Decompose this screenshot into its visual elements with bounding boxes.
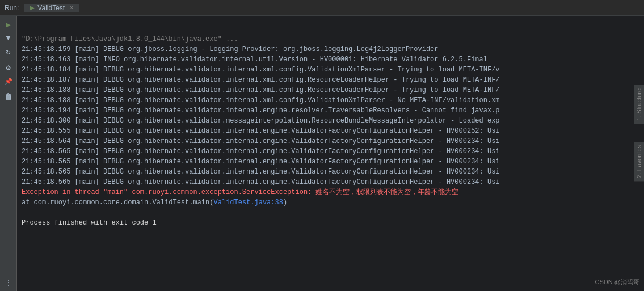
more-button[interactable]: ⋮ <box>2 276 15 289</box>
exception-line: Exception in thread "main" com.ruoyi.com… <box>17 187 644 197</box>
header-line-text: "D:\Program Files\Java\jdk1.8.0_144\bin\… <box>22 34 238 44</box>
exception-text: Exception in thread "main" com.ruoyi.com… <box>22 187 458 197</box>
console-line-7: 21:45:18.300 [main] DEBUG org.hibernate.… <box>17 116 644 126</box>
console-line-text-0: 21:45:18.159 [main] DEBUG org.jboss.logg… <box>22 44 439 54</box>
tab-close-icon[interactable]: × <box>70 5 73 11</box>
watermark: CSDN @消码哥 <box>595 278 639 286</box>
stack-trace-link[interactable]: ValidTest.java:38 <box>213 197 283 208</box>
tab-bar: ▶ ValidTest × <box>24 4 79 12</box>
console-line-9: 21:45:18.564 [main] DEBUG org.hibernate.… <box>17 136 644 146</box>
top-bar: Run: ▶ ValidTest × <box>0 0 644 16</box>
stack-trace-suffix: ) <box>283 197 287 208</box>
console-line-text-2: 21:45:18.184 [main] DEBUG org.hibernate.… <box>22 65 500 75</box>
settings-button[interactable]: ⚙ <box>2 61 15 74</box>
console-line-8: 21:45:18.555 [main] DEBUG org.hibernate.… <box>17 126 644 136</box>
run-label: Run: <box>5 4 19 12</box>
console-line-text-12: 21:45:18.565 [main] DEBUG org.hibernate.… <box>22 167 500 177</box>
console-line-11: 21:45:18.565 [main] DEBUG org.hibernate.… <box>17 157 644 167</box>
console-line-1: 21:45:18.163 [main] INFO org.hibernate.v… <box>17 54 644 65</box>
pin-button[interactable]: 📌 <box>2 75 15 87</box>
console-line-text-6: 21:45:18.194 [main] DEBUG org.hibernate.… <box>22 106 500 116</box>
footer-line: Process finished with exit code 1 <box>17 218 644 228</box>
console-output: "D:\Program Files\Java\jdk1.8.0_144\bin\… <box>17 32 644 291</box>
toolbar-left: Run: ▶ ValidTest × <box>0 4 84 12</box>
console-lines: 21:45:18.159 [main] DEBUG org.jboss.logg… <box>17 44 644 187</box>
console-line-text-13: 21:45:18.565 [main] DEBUG org.hibernate.… <box>22 177 500 187</box>
stop-button[interactable]: ▼ <box>2 32 15 44</box>
footer-text: Process finished with exit code 1 <box>22 218 157 228</box>
console-line-text-4: 21:45:18.188 [main] DEBUG org.hibernate.… <box>22 85 500 95</box>
console-line-text-8: 21:45:18.555 [main] DEBUG org.hibernate.… <box>22 126 500 136</box>
console-line-0: 21:45:18.159 [main] DEBUG org.jboss.logg… <box>17 44 644 54</box>
console-line-2: 21:45:18.184 [main] DEBUG org.hibernate.… <box>17 65 644 75</box>
run-button[interactable]: ▶ <box>2 18 15 31</box>
console-line-10: 21:45:18.565 [main] DEBUG org.hibernate.… <box>17 146 644 157</box>
delete-button[interactable]: 🗑 <box>2 91 15 103</box>
structure-label[interactable]: 1. Structure <box>634 85 644 124</box>
structure-label-container: 1. Structure <box>634 85 644 124</box>
tab-icon: ▶ <box>30 5 35 11</box>
console-line-3: 21:45:18.187 [main] DEBUG org.hibernate.… <box>17 75 644 85</box>
header-line: "D:\Program Files\Java\jdk1.8.0_144\bin\… <box>17 34 644 44</box>
side-labels: 2. Favorites <box>634 142 644 181</box>
favorites-label-2[interactable]: 2. Favorites <box>634 142 644 181</box>
console-line-text-7: 21:45:18.300 [main] DEBUG org.hibernate.… <box>22 116 500 126</box>
stack-trace-prefix: at com.ruoyi.common.core.domain.ValidTes… <box>22 197 213 208</box>
tab-label: ValidTest <box>37 4 65 12</box>
rerun-button[interactable]: ↻ <box>2 45 15 58</box>
console-line-text-1: 21:45:18.163 [main] INFO org.hibernate.v… <box>22 54 487 65</box>
console-line-5: 21:45:18.188 [main] DEBUG org.hibernate.… <box>17 95 644 106</box>
console-line-text-11: 21:45:18.565 [main] DEBUG org.hibernate.… <box>22 157 500 167</box>
console-line-4: 21:45:18.188 [main] DEBUG org.hibernate.… <box>17 85 644 95</box>
stack-trace-line: at com.ruoyi.common.core.domain.ValidTes… <box>17 197 644 208</box>
console-line-6: 21:45:18.194 [main] DEBUG org.hibernate.… <box>17 106 644 116</box>
side-toolbar: ▶ ▼ ↻ ⚙ 📌 🗑 ⋮ <box>0 16 17 291</box>
console-line-13: 21:45:18.565 [main] DEBUG org.hibernate.… <box>17 177 644 187</box>
console-line-text-3: 21:45:18.187 [main] DEBUG org.hibernate.… <box>22 75 500 85</box>
console-line-text-10: 21:45:18.565 [main] DEBUG org.hibernate.… <box>22 146 500 157</box>
console-line-12: 21:45:18.565 [main] DEBUG org.hibernate.… <box>17 167 644 177</box>
console-line-text-9: 21:45:18.564 [main] DEBUG org.hibernate.… <box>22 136 500 146</box>
valid-test-tab[interactable]: ▶ ValidTest × <box>24 4 79 12</box>
console-line-text-5: 21:45:18.188 [main] DEBUG org.hibernate.… <box>22 95 500 106</box>
